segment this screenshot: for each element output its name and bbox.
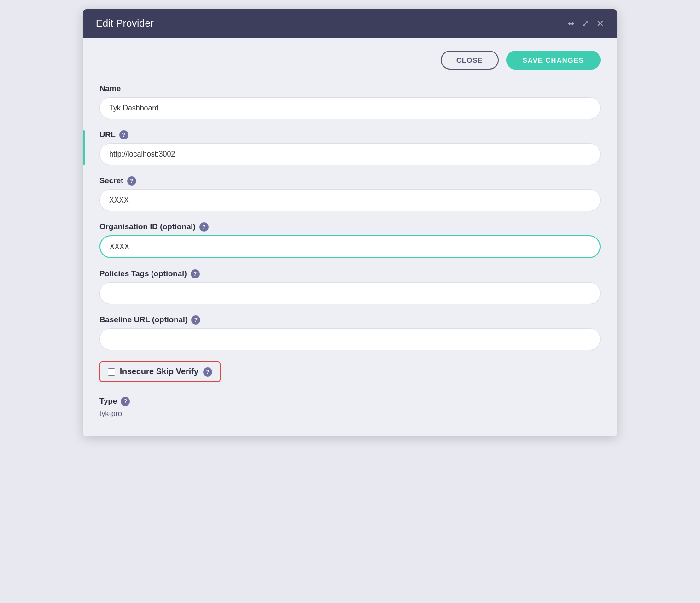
modal-header: Edit Provider ⬌ ⤢ ✕ (83, 9, 617, 38)
external-link-icon[interactable]: ⬌ (568, 18, 575, 29)
top-actions: CLOSE SAVE CHANGES (99, 51, 601, 70)
baseline-url-input[interactable] (99, 328, 601, 350)
org-id-help-icon[interactable]: ? (199, 222, 209, 232)
baseline-url-label: Baseline URL (optional) ? (99, 315, 601, 325)
modal-body: CLOSE SAVE CHANGES Name URL ? Secret ? (83, 38, 617, 436)
insecure-skip-verify-checkbox[interactable] (108, 368, 115, 376)
type-section: Type ? tyk-pro (99, 397, 601, 418)
url-field-group: URL ? (99, 130, 601, 165)
close-button[interactable]: CLOSE (441, 51, 499, 70)
secret-help-icon[interactable]: ? (127, 176, 136, 186)
expand-icon[interactable]: ⤢ (582, 18, 589, 29)
policies-tags-label: Policies Tags (optional) ? (99, 269, 601, 278)
baseline-url-help-icon[interactable]: ? (191, 315, 200, 325)
modal-title: Edit Provider (96, 17, 154, 29)
type-help-icon[interactable]: ? (121, 397, 130, 406)
policies-tags-field-group: Policies Tags (optional) ? (99, 269, 601, 304)
insecure-skip-verify-group: Insecure Skip Verify ? (99, 361, 601, 382)
type-label: Type ? (99, 397, 601, 406)
close-x-icon[interactable]: ✕ (596, 18, 604, 29)
insecure-skip-verify-help-icon[interactable]: ? (203, 367, 212, 377)
secret-input[interactable] (99, 189, 601, 211)
url-help-icon[interactable]: ? (119, 130, 128, 139)
org-id-label: Organisation ID (optional) ? (99, 222, 601, 232)
policies-tags-help-icon[interactable]: ? (191, 269, 200, 278)
secret-label: Secret ? (99, 176, 601, 186)
org-id-field-group: Organisation ID (optional) ? (99, 222, 601, 258)
modal-container: Edit Provider ⬌ ⤢ ✕ CLOSE SAVE CHANGES N… (83, 9, 617, 436)
secret-field-group: Secret ? (99, 176, 601, 211)
name-field-group: Name (99, 84, 601, 119)
url-input[interactable] (99, 143, 601, 165)
url-label: URL ? (99, 130, 601, 139)
name-input[interactable] (99, 97, 601, 119)
save-changes-button[interactable]: SAVE CHANGES (506, 51, 601, 70)
baseline-url-field-group: Baseline URL (optional) ? (99, 315, 601, 350)
insecure-skip-verify-label[interactable]: Insecure Skip Verify ? (99, 361, 221, 382)
policies-tags-input[interactable] (99, 282, 601, 304)
header-icons: ⬌ ⤢ ✕ (568, 18, 604, 29)
type-value: tyk-pro (99, 410, 601, 418)
name-label: Name (99, 84, 601, 93)
org-id-input[interactable] (99, 235, 601, 258)
